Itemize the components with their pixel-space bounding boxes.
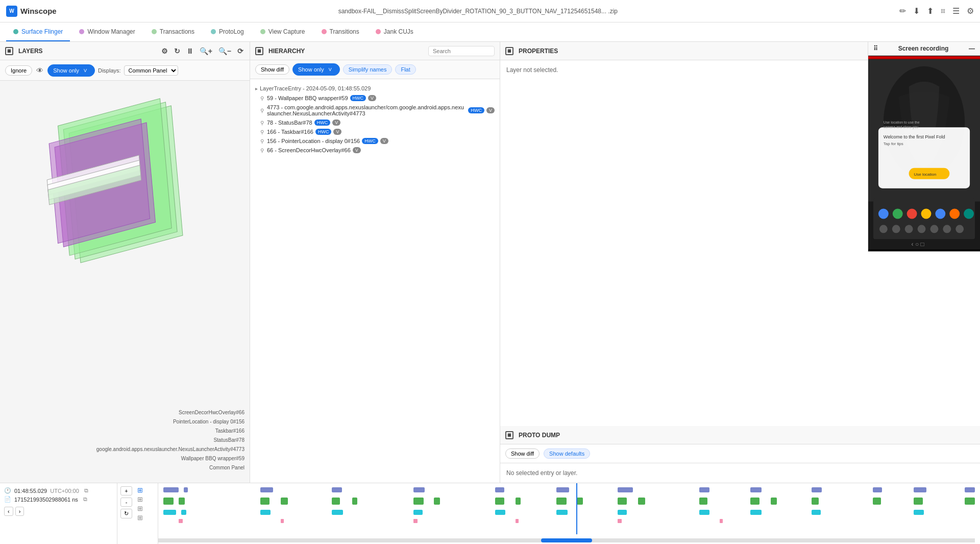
show-diff-button[interactable]: Show diff	[255, 64, 289, 75]
timestamp-value: 01:48:55.029	[14, 488, 47, 494]
timeline-track[interactable]	[158, 483, 980, 544]
svg-rect-81	[812, 510, 821, 515]
upload-icon[interactable]: ⬆	[927, 6, 934, 16]
pink-bar-group	[179, 519, 723, 523]
proto-show-defaults-button[interactable]: Show defaults	[544, 448, 590, 459]
hierarchy-show-only-button[interactable]: Show only V	[292, 63, 340, 76]
proto-show-diff-button[interactable]: Show diff	[505, 448, 540, 459]
svg-rect-63	[638, 498, 645, 505]
proto-no-entry-text: No selected entry or layer.	[500, 463, 980, 483]
pin-icon: ⚲	[260, 96, 264, 101]
svg-rect-46	[812, 487, 822, 492]
transactions-label: Transactions	[160, 28, 194, 35]
edit-icon[interactable]: ✏	[899, 6, 906, 16]
layers-zoom-out-icon[interactable]: 🔍−	[217, 46, 232, 56]
filter-icon-1[interactable]: ⊞	[137, 486, 143, 494]
svg-rect-88	[720, 519, 723, 523]
display-select[interactable]: Common Panel All Displays	[124, 65, 178, 76]
tab-transactions[interactable]: Transactions	[144, 22, 202, 41]
list-item[interactable]: ⚲ 4773 - com.google.android.apps.nexusla…	[250, 103, 500, 118]
entry-text: 156 - PointerLocation - display 0#156	[267, 138, 360, 144]
jank-cujs-label: Jank CUJs	[384, 28, 413, 35]
transactions-dot	[152, 29, 157, 34]
layers-timeline-icon[interactable]: ⏸	[185, 46, 194, 56]
zoom-out-timeline-button[interactable]: -	[120, 498, 132, 507]
screen-recording-panel: ⠿ Screen recording —	[868, 42, 980, 252]
download-icon[interactable]: ⬇	[913, 6, 920, 16]
hierarchy-search-input[interactable]	[428, 46, 495, 56]
expand-triangle-icon: ▸	[255, 86, 258, 91]
properties-panel-title: PROPERTIES	[519, 48, 558, 55]
tab-jank-cujs[interactable]: Jank CUJs	[369, 22, 421, 41]
ignore-eye-icon[interactable]: 👁	[35, 65, 44, 76]
list-item[interactable]: ⚲ 78 - StatusBar#78 HWC V	[250, 118, 500, 127]
refresh-timeline-button[interactable]: ↻	[120, 509, 132, 518]
simplify-names-button[interactable]: Simplify names	[343, 64, 393, 75]
tab-surface-flinger[interactable]: Surface Flinger	[6, 22, 70, 41]
file-title: sandbox-FAIL__DismissSplitScreenByDivide…	[65, 8, 891, 15]
svg-rect-61	[577, 498, 583, 505]
layers-rotate-icon[interactable]: ↻	[173, 46, 181, 56]
svg-rect-65	[750, 498, 760, 505]
menu-icon[interactable]: ☰	[952, 6, 960, 16]
tab-window-manager[interactable]: Window Manager	[72, 22, 142, 41]
tab-transitions[interactable]: Transitions	[314, 22, 366, 41]
svg-rect-53	[281, 498, 288, 505]
filter-bar: + - ↻ ⊞ ⊞ ⊞ ⊞	[117, 483, 158, 544]
list-item[interactable]: ⚲ 166 - Taskbar#166 HWC V	[250, 127, 500, 136]
ignore-button[interactable]: Ignore	[5, 65, 32, 76]
hierarchy-panel-icon: ▦	[255, 47, 263, 55]
jank-cujs-dot	[376, 29, 381, 34]
v-badge: V	[368, 95, 376, 101]
svg-rect-50	[163, 498, 174, 505]
svg-rect-42	[556, 487, 569, 492]
filter-icon-3[interactable]: ⊞	[137, 505, 143, 512]
show-only-button[interactable]: Show only V	[47, 64, 95, 77]
layers-settings-icon[interactable]: ⚙	[160, 46, 169, 56]
hierarchy-parent-entry[interactable]: ▸ LayerTraceEntry - 2024-05-09, 01:48:55…	[250, 83, 500, 93]
svg-rect-87	[618, 519, 622, 523]
timeline-scrollbar-thumb[interactable]	[541, 538, 592, 542]
flat-button[interactable]: Flat	[395, 64, 415, 75]
timezone-value: UTC+00:00	[50, 488, 79, 494]
screen-recording-close-icon[interactable]: —	[969, 45, 975, 52]
transitions-dot	[322, 29, 327, 34]
entry-text: 59 - Wallpaper BBQ wrapper#59	[267, 95, 348, 101]
svg-rect-45	[750, 487, 762, 492]
proto-dump-header: ▦ PROTO DUMP	[500, 426, 980, 444]
zoom-in-timeline-button[interactable]: +	[120, 486, 132, 495]
scroll-right-button[interactable]: ›	[15, 507, 24, 516]
window-manager-dot	[79, 29, 84, 34]
file-icon: 📄	[4, 496, 11, 503]
grid-dots-icon[interactable]: ⠿	[873, 45, 878, 52]
purple-bar-group	[163, 487, 975, 492]
list-item[interactable]: ⚲ 156 - PointerLocation - display 0#156 …	[250, 136, 500, 146]
svg-rect-49	[965, 487, 975, 492]
layer-label-6: Common Panel	[96, 463, 244, 472]
shortcuts-icon[interactable]: ⌗	[941, 7, 945, 16]
settings-icon[interactable]: ⚙	[967, 6, 974, 16]
scroll-left-button[interactable]: ‹	[4, 507, 13, 516]
svg-text:Use location: Use location	[914, 172, 937, 177]
list-item[interactable]: ⚲ 59 - Wallpaper BBQ wrapper#59 HWC V	[250, 93, 500, 103]
copy-timestamp-icon[interactable]: ⧉	[84, 487, 88, 494]
topbar-icons: ✏ ⬇ ⬆ ⌗ ☰ ⚙	[899, 6, 974, 16]
layers-history-icon[interactable]: ⟳	[236, 46, 244, 56]
layers-zoom-in-icon[interactable]: 🔍+	[199, 46, 213, 56]
surface-flinger-dot	[13, 29, 18, 34]
svg-rect-74	[332, 510, 343, 515]
svg-text:Welcome to the first Pixel Fol: Welcome to the first Pixel Fold	[884, 134, 945, 139]
svg-point-13	[878, 209, 889, 219]
svg-rect-62	[618, 498, 627, 505]
tab-protolog[interactable]: ProtoLog	[204, 22, 251, 41]
properties-panel: ▦ PROPERTIES Layer not selected. ⠿ Scree…	[500, 42, 980, 483]
svg-point-15	[907, 209, 917, 219]
copy-ns-icon[interactable]: ⧉	[83, 496, 87, 503]
filter-icon-2[interactable]: ⊞	[137, 495, 143, 503]
filter-icon-4[interactable]: ⊞	[137, 514, 143, 522]
timeline-left: 🕐 01:48:55.029 UTC+00:00 ⧉ 📄 17152199350…	[0, 483, 117, 544]
entry-text: 4773 - com.google.android.apps.nexuslaun…	[267, 104, 466, 116]
tab-view-capture[interactable]: View Capture	[253, 22, 312, 41]
svg-rect-66	[771, 498, 777, 505]
list-item[interactable]: ⚲ 66 - ScreenDecorHwcOverlay#66 V	[250, 146, 500, 155]
